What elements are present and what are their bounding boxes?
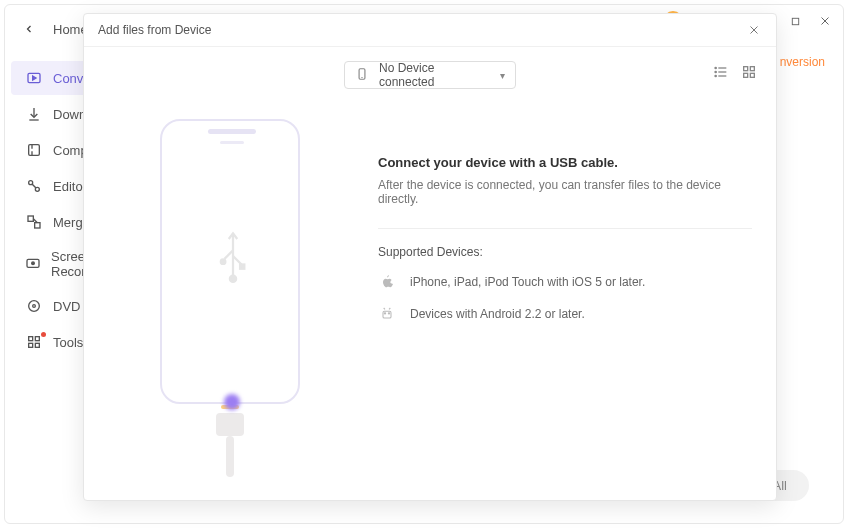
modal-title: Add files from Device (98, 23, 211, 37)
svg-rect-42 (240, 265, 244, 269)
connect-headline: Connect your device with a USB cable. (378, 155, 752, 170)
info-panel: Connect your device with a USB cable. Af… (378, 119, 752, 477)
svg-rect-36 (744, 67, 748, 71)
svg-rect-44 (383, 311, 391, 318)
editor-icon (25, 177, 43, 195)
converter-icon (25, 69, 43, 87)
add-files-modal: Add files from Device No Device connecte… (83, 13, 777, 501)
compressor-icon (25, 141, 43, 159)
supported-device-row: iPhone, iPad, iPod Touch with iOS 5 or l… (378, 273, 752, 291)
supported-device-text: iPhone, iPad, iPod Touch with iOS 5 or l… (410, 275, 645, 289)
close-icon[interactable] (746, 22, 762, 38)
svg-point-35 (715, 75, 716, 76)
connect-subline: After the device is connected, you can t… (378, 178, 752, 206)
svg-point-47 (384, 313, 385, 314)
list-view-icon[interactable] (712, 63, 730, 81)
svg-point-43 (230, 276, 236, 282)
apple-icon (378, 273, 396, 291)
usb-icon (216, 226, 250, 290)
sidebar-item-label: Tools (53, 335, 83, 350)
modal-header: Add files from Device (84, 14, 776, 47)
svg-point-33 (715, 67, 716, 68)
dvd-icon (25, 297, 43, 315)
app-window: Home Converter Downloader Compressor Edi… (4, 4, 844, 524)
svg-rect-15 (28, 216, 33, 221)
device-select-label: No Device connected (379, 61, 490, 89)
svg-rect-25 (35, 343, 39, 347)
svg-point-48 (388, 313, 389, 314)
grid-view-icon[interactable] (740, 63, 758, 81)
screen-icon (25, 255, 41, 273)
conversion-tag: nversion (780, 55, 825, 69)
svg-line-14 (32, 184, 36, 188)
svg-marker-10 (33, 76, 36, 80)
svg-rect-16 (35, 223, 40, 228)
svg-line-45 (384, 308, 385, 309)
svg-point-21 (33, 305, 36, 308)
svg-rect-6 (792, 18, 798, 24)
modal-toolbar: No Device connected ▾ (84, 47, 776, 99)
device-select[interactable]: No Device connected ▾ (344, 61, 516, 89)
close-button[interactable] (817, 13, 833, 29)
android-icon (378, 305, 396, 323)
svg-point-34 (715, 71, 716, 72)
merger-icon (25, 213, 43, 231)
cable-illustration (218, 405, 242, 477)
svg-rect-37 (750, 67, 754, 71)
sidebar-item-label: Editor (53, 179, 87, 194)
svg-rect-23 (35, 337, 39, 341)
chevron-down-icon: ▾ (500, 70, 505, 81)
download-icon (25, 105, 43, 123)
supported-label: Supported Devices: (378, 245, 752, 259)
svg-rect-24 (29, 343, 33, 347)
svg-rect-39 (750, 73, 754, 77)
svg-point-19 (32, 262, 35, 265)
back-button[interactable] (19, 19, 39, 39)
maximize-button[interactable] (787, 13, 803, 29)
supported-device-row: Devices with Android 2.2 or later. (378, 305, 752, 323)
svg-rect-11 (29, 145, 40, 156)
svg-point-41 (221, 259, 226, 264)
tools-icon (25, 333, 43, 351)
svg-rect-38 (744, 73, 748, 77)
phone-illustration (140, 119, 320, 477)
svg-rect-22 (29, 337, 33, 341)
svg-line-46 (389, 308, 390, 309)
supported-device-text: Devices with Android 2.2 or later. (410, 307, 585, 321)
svg-point-20 (29, 301, 40, 312)
phone-icon (355, 67, 369, 84)
